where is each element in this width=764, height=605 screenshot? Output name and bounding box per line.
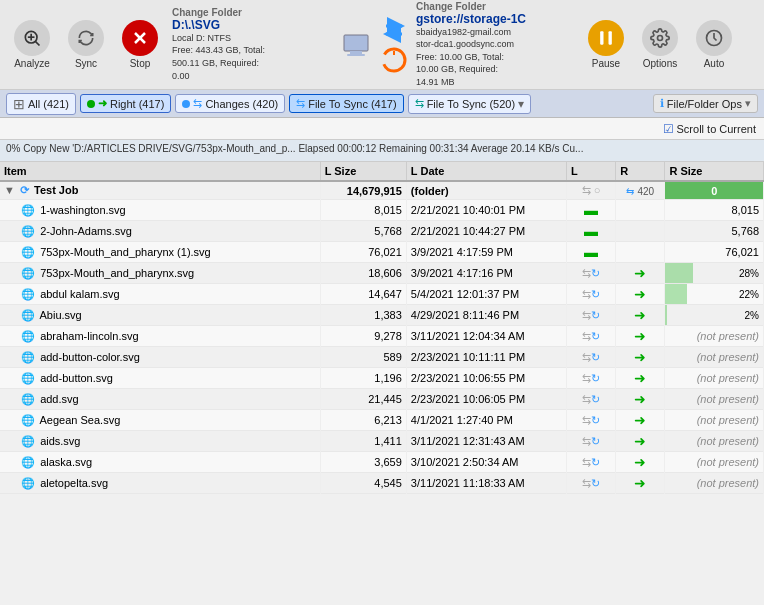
file-icon: 🌐	[21, 477, 35, 489]
pause-icon	[588, 20, 624, 56]
header-r[interactable]: R	[616, 162, 665, 181]
row-r: ⇆ 420	[616, 181, 665, 200]
row-r: ➜	[616, 410, 665, 431]
folder-ops-button[interactable]: ℹ File/Folder Ops ▾	[653, 94, 758, 113]
svg-rect-6	[344, 35, 368, 51]
file-icon: 🌐	[21, 204, 35, 216]
right-arrow-icon: ➜	[634, 454, 646, 470]
table-row[interactable]: 🌐 Aegean Sea.svg 6,213 4/1/2021 1:27:40 …	[0, 410, 764, 431]
header-rsize[interactable]: R Size	[665, 162, 764, 181]
row-l: ▬	[566, 242, 615, 263]
filter-right-button[interactable]: ➜ Right (417)	[80, 94, 171, 113]
row-lsize: 14,679,915	[320, 181, 406, 200]
progress-text: 0% Copy New 'D:/ARTICLES DRIVE/SVG/753px…	[6, 143, 583, 154]
table-row[interactable]: 🌐 alaska.svg 3,659 3/10/2021 2:50:34 AM …	[0, 452, 764, 473]
right-arrow-icon: ➜	[634, 475, 646, 491]
row-lsize: 9,278	[320, 326, 406, 347]
row-l: ▬	[566, 200, 615, 221]
refresh-icon: ↻	[591, 288, 600, 300]
right-arrow-icon: ➜	[634, 349, 646, 365]
equal-icon: ▬	[584, 244, 598, 260]
file-name: aids.svg	[40, 435, 80, 447]
progress-bar: 0% Copy New 'D:/ARTICLES DRIVE/SVG/753px…	[0, 140, 764, 162]
left-folder-path: D:\.\SVG	[172, 18, 332, 32]
table-row[interactable]: 🌐 753px-Mouth_and_pharynx.svg 18,606 3/9…	[0, 263, 764, 284]
refresh-icon: ↻	[591, 435, 600, 447]
filter-changes-label: Changes (420)	[205, 98, 278, 110]
row-rsize: (not present)	[665, 452, 764, 473]
filter-file-sync-right-label: File To Sync (520)	[427, 98, 515, 110]
table-row[interactable]: 🌐 abdul kalam.svg 14,647 5/4/2021 12:01:…	[0, 284, 764, 305]
file-icon: 🌐	[21, 393, 35, 405]
row-ldate: 3/11/2021 12:04:34 AM	[406, 326, 566, 347]
left-folder-free: Free: 443.43 GB, Total:	[172, 44, 332, 57]
row-rsize: (not present)	[665, 326, 764, 347]
auto-button[interactable]: Auto	[688, 20, 740, 69]
auto-icon	[696, 20, 732, 56]
right-arrow-icon: ➜	[634, 433, 646, 449]
row-rsize: 8,015	[665, 200, 764, 221]
table-row[interactable]: ▼ ⟳ Test Job 14,679,915 (folder) ⇆ ○ ⇆ 4…	[0, 181, 764, 200]
header-ldate[interactable]: L Date	[406, 162, 566, 181]
row-item: ▼ ⟳ Test Job	[0, 181, 320, 200]
filter-file-sync-right-button[interactable]: ⇆ File To Sync (520) ▾	[408, 94, 531, 114]
left-folder-label: Change Folder	[172, 7, 332, 18]
sync-button[interactable]: Sync	[60, 20, 112, 69]
options-button[interactable]: Options	[634, 20, 686, 69]
table-row[interactable]: 🌐 753px-Mouth_and_pharynx (1).svg 76,021…	[0, 242, 764, 263]
row-item: 🌐 Aegean Sea.svg	[0, 410, 320, 431]
analyze-button[interactable]: Analyze	[6, 20, 58, 69]
table-row[interactable]: 🌐 add.svg 21,445 2/23/2021 10:06:05 PM ⇆…	[0, 389, 764, 410]
table-row[interactable]: 🌐 aids.svg 1,411 3/11/2021 12:31:43 AM ⇆…	[0, 431, 764, 452]
header-item[interactable]: Item	[0, 162, 320, 181]
checkbox-icon: ☑	[663, 122, 674, 136]
table-row[interactable]: 🌐 2-John-Adams.svg 5,768 2/21/2021 10:44…	[0, 221, 764, 242]
file-name: 2-John-Adams.svg	[40, 225, 132, 237]
filter-changes-button[interactable]: ⇆ Changes (420)	[175, 94, 285, 113]
row-item: 🌐 753px-Mouth_and_pharynx (1).svg	[0, 242, 320, 263]
table-row[interactable]: 🌐 add-button-color.svg 589 2/23/2021 10:…	[0, 347, 764, 368]
table-header-row: Item L Size L Date L R R Size	[0, 162, 764, 181]
left-arrows-icon: ⇆	[582, 372, 591, 384]
row-ldate: 3/9/2021 4:17:59 PM	[406, 242, 566, 263]
filter-right-label: Right (417)	[110, 98, 164, 110]
filter-file-sync-left-button[interactable]: ⇆ File To Sync (417)	[289, 94, 403, 113]
row-lsize: 1,196	[320, 368, 406, 389]
row-item: 🌐 abraham-lincoln.svg	[0, 326, 320, 347]
table-row[interactable]: 🌐 aletopelta.svg 4,545 3/11/2021 11:18:3…	[0, 473, 764, 494]
folder-ops-chevron-icon: ▾	[745, 97, 751, 110]
row-lsize: 21,445	[320, 389, 406, 410]
left-arrows-icon: ⇆	[582, 393, 591, 405]
filter-bar: ⊞ All (421) ➜ Right (417) ⇆ Changes (420…	[0, 90, 764, 118]
row-rsize: 2%	[665, 305, 764, 326]
table-row[interactable]: 🌐 Abiu.svg 1,383 4/29/2021 8:11:46 PM ⇆↻…	[0, 305, 764, 326]
sync-direction-icons	[380, 16, 408, 74]
svg-rect-8	[347, 54, 365, 56]
scroll-to-current-button[interactable]: ☑ Scroll to Current	[663, 122, 756, 136]
sync-label: Sync	[75, 58, 97, 69]
right-arrow-icon: ➜	[634, 286, 646, 302]
file-table-container[interactable]: Item L Size L Date L R R Size ▼ ⟳ Test J…	[0, 162, 764, 583]
stop-button[interactable]: Stop	[114, 20, 166, 69]
row-rsize: 28%	[665, 263, 764, 284]
filter-all-button[interactable]: ⊞ All (421)	[6, 93, 76, 115]
table-row[interactable]: 🌐 1-washington.svg 8,015 2/21/2021 10:40…	[0, 200, 764, 221]
row-item: 🌐 add-button.svg	[0, 368, 320, 389]
row-item: 🌐 add.svg	[0, 389, 320, 410]
refresh-icon: ↻	[591, 351, 600, 363]
row-item: 🌐 alaska.svg	[0, 452, 320, 473]
row-ldate: 4/1/2021 1:27:40 PM	[406, 410, 566, 431]
row-ldate: 3/10/2021 2:50:34 AM	[406, 452, 566, 473]
left-arrows-icon: ⇆	[582, 309, 591, 321]
pause-button[interactable]: Pause	[580, 20, 632, 69]
right-folder-info: Change Folder gstore://storage-1C sbaidy…	[416, 1, 576, 89]
right-folder-account: sbaidya1982-gmail.com	[416, 26, 576, 39]
header-l[interactable]: L	[566, 162, 615, 181]
refresh-icon: ↻	[591, 372, 600, 384]
file-icon: 🌐	[21, 330, 35, 342]
row-l: ⇆↻	[566, 263, 615, 284]
header-lsize[interactable]: L Size	[320, 162, 406, 181]
table-row[interactable]: 🌐 abraham-lincoln.svg 9,278 3/11/2021 12…	[0, 326, 764, 347]
row-lsize: 8,015	[320, 200, 406, 221]
table-row[interactable]: 🌐 add-button.svg 1,196 2/23/2021 10:06:5…	[0, 368, 764, 389]
